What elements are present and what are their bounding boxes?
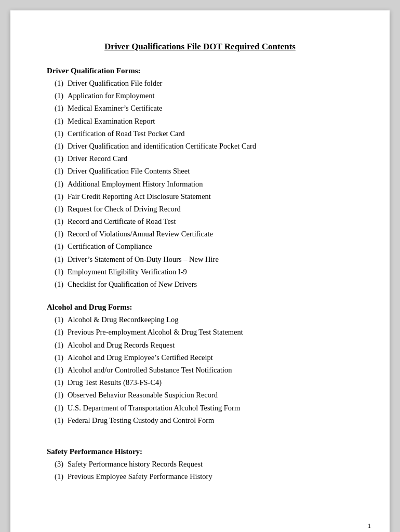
list-text: Federal Drug Testing Custody and Control… [68, 415, 353, 427]
list-item: (1)Driver Qualification File folder [47, 77, 353, 89]
list-item: (1)Previous Pre-employment Alcohol & Dru… [47, 326, 353, 338]
list-item: (1)Driver Qualification and identificati… [47, 140, 353, 152]
list-text: Medical Examination Report [68, 115, 353, 127]
list-item: (1)Driver Qualification File Contents Sh… [47, 165, 353, 177]
list-qty: (1) [47, 402, 63, 414]
document-page: Driver Qualifications File DOT Required … [10, 10, 390, 532]
list-item: (1)Federal Drug Testing Custody and Cont… [47, 415, 353, 427]
list-text: Previous Pre-employment Alcohol & Drug T… [68, 326, 353, 338]
list-qty: (1) [47, 266, 63, 278]
section-heading-driver-qualification-forms: Driver Qualification Forms: [47, 66, 353, 75]
list-text: Additional Employment History Informatio… [68, 178, 353, 190]
list-qty: (1) [47, 216, 63, 228]
list-item: (1)Medical Examiner’s Certificate [47, 102, 353, 114]
list-text: Record of Violations/Annual Review Certi… [68, 228, 353, 240]
list-text: Certification of Compliance [68, 241, 353, 252]
list-qty: (1) [47, 314, 63, 326]
list-qty: (1) [47, 389, 63, 401]
section-heading-safety-performance-history: Safety Performance History: [47, 447, 353, 456]
list-text: Driver’s Statement of On-Duty Hours – Ne… [68, 254, 353, 265]
list-qty: (1) [47, 364, 63, 376]
list-text: Application for Employment [68, 90, 353, 102]
list-item: (1)Alcohol & Drug Recordkeeping Log [47, 314, 353, 326]
list-text: Drug Test Results (873-FS-C4) [68, 377, 353, 389]
list-text: Previous Employee Safety Performance His… [68, 471, 353, 483]
list-item: (1)Previous Employee Safety Performance … [47, 471, 353, 483]
list-item: (1)Fair Credit Reporting Act Disclosure … [47, 191, 353, 203]
list-item: (1)U.S. Department of Transportation Alc… [47, 402, 353, 414]
list-qty: (1) [47, 115, 63, 127]
list-text: Alcohol and Drug Records Request [68, 339, 353, 351]
list-qty: (1) [47, 90, 63, 102]
list-qty: (1) [47, 203, 63, 215]
page-number: 1 [368, 522, 371, 530]
list-item: (1)Alcohol and/or Controlled Substance T… [47, 364, 353, 376]
list-qty: (1) [47, 326, 63, 338]
list-qty: (1) [47, 339, 63, 351]
list-item: (1)Observed Behavior Reasonable Suspicio… [47, 389, 353, 401]
list-item: (1)Request for Check of Driving Record [47, 203, 353, 215]
list-text: Alcohol and/or Controlled Substance Test… [68, 364, 353, 376]
list-text: Medical Examiner’s Certificate [68, 102, 353, 114]
list-item: (1)Record and Certificate of Road Test [47, 216, 353, 228]
list-item: (1)Alcohol and Drug Records Request [47, 339, 353, 351]
list-qty: (1) [47, 178, 63, 190]
list-item: (3)Safety Performance history Records Re… [47, 458, 353, 470]
list-qty: (1) [47, 415, 63, 427]
list-qty: (1) [47, 278, 63, 290]
list-text: Driver Qualification and identification … [68, 140, 353, 152]
list-qty: (1) [47, 471, 63, 483]
list-qty: (1) [47, 153, 63, 165]
list-qty: (1) [47, 191, 63, 203]
list-text: Employment Eligibility Verification I-9 [68, 266, 353, 278]
list-item: (1)Application for Employment [47, 90, 353, 102]
list-qty: (1) [47, 102, 63, 114]
list-text: Safety Performance history Records Reque… [68, 458, 353, 470]
list-qty: (1) [47, 241, 63, 252]
list-text: Request for Check of Driving Record [68, 203, 353, 215]
section-heading-alcohol-drug-forms: Alcohol and Drug Forms: [47, 303, 353, 312]
list-text: U.S. Department of Transportation Alcoho… [68, 402, 353, 414]
list-item: (1)Checklist for Qualification of New Dr… [47, 278, 353, 290]
list-text: Record and Certificate of Road Test [68, 216, 353, 228]
list-text: Observed Behavior Reasonable Suspicion R… [68, 389, 353, 401]
list-qty: (1) [47, 77, 63, 89]
list-text: Driver Qualification File Contents Sheet [68, 165, 353, 177]
list-qty: (1) [47, 228, 63, 240]
list-qty: (1) [47, 128, 63, 140]
list-text: Alcohol & Drug Recordkeeping Log [68, 314, 353, 326]
list-item: (1)Drug Test Results (873-FS-C4) [47, 377, 353, 389]
list-text: Driver Qualification File folder [68, 77, 353, 89]
list-text: Checklist for Qualification of New Drive… [68, 278, 353, 290]
section-driver-qualification-forms: Driver Qualification Forms:(1)Driver Qua… [47, 66, 353, 290]
list-item: (1)Record of Violations/Annual Review Ce… [47, 228, 353, 240]
page-title: Driver Qualifications File DOT Required … [47, 42, 353, 52]
list-qty: (1) [47, 377, 63, 389]
list-text: Driver Record Card [68, 153, 353, 165]
list-qty: (1) [47, 165, 63, 177]
section-safety-performance-history: Safety Performance History:(3)Safety Per… [47, 447, 353, 483]
list-item: (1)Employment Eligibility Verification I… [47, 266, 353, 278]
list-item: (1)Certification of Compliance [47, 241, 353, 252]
list-qty: (1) [47, 352, 63, 364]
list-text: Certification of Road Test Pocket Card [68, 128, 353, 140]
list-item: (1)Alcohol and Drug Employee’s Certified… [47, 352, 353, 364]
list-text: Fair Credit Reporting Act Disclosure Sta… [68, 191, 353, 203]
list-item: (1)Medical Examination Report [47, 115, 353, 127]
list-text: Alcohol and Drug Employee’s Certified Re… [68, 352, 353, 364]
section-alcohol-drug-forms: Alcohol and Drug Forms:(1)Alcohol & Drug… [47, 303, 353, 427]
list-item: (1)Driver’s Statement of On-Duty Hours –… [47, 254, 353, 265]
list-item: (1)Driver Record Card [47, 153, 353, 165]
list-qty: (1) [47, 254, 63, 265]
list-item: (1)Additional Employment History Informa… [47, 178, 353, 190]
list-item: (1)Certification of Road Test Pocket Car… [47, 128, 353, 140]
list-qty: (1) [47, 140, 63, 152]
list-qty: (3) [47, 458, 63, 470]
